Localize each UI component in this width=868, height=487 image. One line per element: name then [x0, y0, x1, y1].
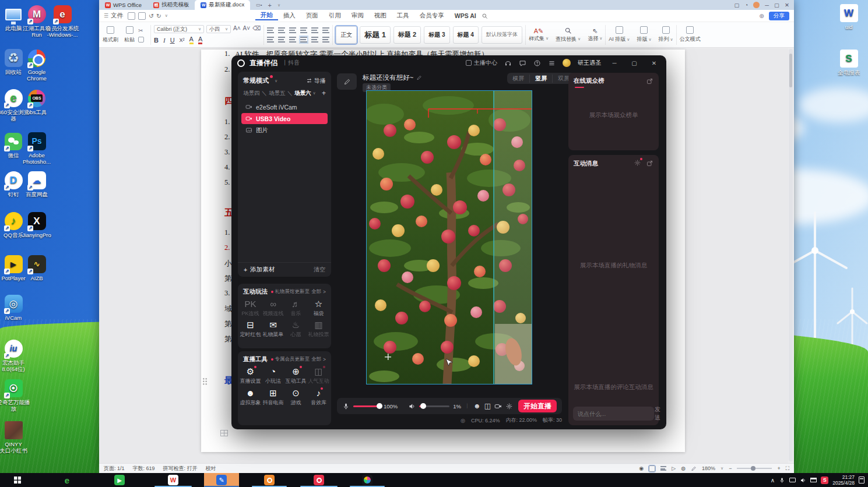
interaction-update-link[interactable]: 礼物展馆更新至全部> [271, 288, 326, 295]
speaker-volume-slider[interactable] [419, 405, 449, 407]
search-icon[interactable] [482, 12, 488, 20]
style-heading1[interactable]: 标题 1 [360, 26, 391, 44]
tool-music[interactable]: ♬音乐 [284, 298, 307, 317]
paste-button[interactable]: 粘贴 [124, 26, 135, 44]
anchor-center-button[interactable]: 主播中心 [466, 59, 497, 67]
desktop-icon-uid[interactable]: Wuid [832, 3, 866, 30]
director-button[interactable]: 导播 [306, 77, 326, 85]
desktop-icon-member-distribution[interactable]: e↗会员分发系统-Windows-... [45, 5, 79, 38]
desktop-icon-photoshop[interactable]: Ps↗AdobePhotosho... [20, 132, 54, 165]
ribbon-tab-tools[interactable]: 工具 [392, 12, 414, 20]
camera-settings-icon[interactable] [494, 403, 502, 410]
ribbon-tab-home[interactable]: 开始 [255, 11, 278, 20]
desktop-icon-chrome[interactable]: ↗GoogleChrome [20, 48, 54, 82]
speaker-icon[interactable] [408, 403, 416, 410]
grow-font-icon[interactable]: A˄ [233, 25, 241, 33]
desktop-icon-baidu-netdisk[interactable]: ☁↗百度网盘 [20, 171, 54, 197]
send-button[interactable]: 发送 [655, 405, 660, 422]
tool-gift-menu[interactable]: ✉礼物菜单 [262, 319, 284, 338]
ai-layout-button[interactable]: AI 排版∨ [609, 26, 630, 43]
edit-title-button[interactable] [337, 73, 357, 90]
scene-5-tab[interactable]: 场景五 [269, 90, 286, 97]
tool-popularity[interactable]: ◫人气互动 [307, 366, 330, 385]
desktop-icon-iqiyi-player[interactable]: ⦿↗爱奇艺万能播放 [0, 379, 30, 412]
layout-mode-icon[interactable]: ▢ [735, 2, 740, 8]
symbol-icon[interactable] [322, 27, 329, 33]
orientation-landscape[interactable]: 横屏 [507, 75, 529, 83]
align-left-icon[interactable] [267, 37, 274, 43]
tool-sound-library[interactable]: ♪音效库 [307, 387, 330, 407]
popout-icon[interactable] [646, 160, 653, 167]
tool-gift-vote[interactable]: ▥礼物投票 [307, 319, 330, 338]
beauty-icon[interactable]: ☻ [473, 402, 481, 410]
mic-icon[interactable] [342, 403, 350, 410]
start-stream-button[interactable]: 开始直播 [518, 400, 557, 412]
select-button[interactable]: ⇖选择∨ [588, 27, 602, 43]
taskbar-media-app[interactable]: ▶ [114, 474, 125, 486]
italic-button[interactable]: I [163, 37, 166, 44]
video-preview[interactable] [366, 90, 532, 384]
taskbar-clock[interactable]: 21:272025/4/28 [832, 474, 855, 486]
flip-icon[interactable]: ◫ [484, 402, 491, 410]
taskbar-orange-app[interactable] [263, 474, 275, 486]
notification-center-icon[interactable] [859, 477, 865, 484]
sync-icon[interactable]: ⊕ [759, 12, 764, 19]
web-view-icon[interactable]: ◍ [681, 465, 686, 471]
format-painter-button[interactable]: 格式刷 [103, 26, 118, 44]
zoom-in-button[interactable]: + [777, 465, 780, 471]
taskbar-live-companion[interactable] [313, 474, 325, 486]
style-set-button[interactable]: A✎样式集∨ [529, 27, 549, 43]
typeset-button[interactable]: 排版∨ [637, 26, 651, 43]
print-icon[interactable] [138, 12, 146, 20]
tool-pk-connect[interactable]: PKPK连线 [239, 298, 262, 317]
scene-6-tab[interactable]: 场景六 [294, 90, 311, 97]
desktop-icon-aizb[interactable]: ∿↗AIZB [20, 255, 54, 281]
tab-list-chevron[interactable]: ∨ [277, 3, 280, 8]
official-doc-mode-button[interactable]: 公文模式 [680, 26, 701, 43]
clear-format-icon[interactable]: ⌫ [252, 25, 261, 33]
tool-douyin-ecommerce[interactable]: ⊞抖音电商 [262, 387, 284, 407]
wps-maximize-button[interactable]: ▢ [774, 2, 779, 8]
style-default-font[interactable]: 默认段落字体 [482, 26, 522, 44]
start-button[interactable] [12, 474, 23, 486]
desktop-icon-jianying[interactable]: X↗JianyingPro [20, 211, 54, 238]
tray-sogou-icon[interactable]: S [821, 477, 828, 484]
read-mode-icon[interactable]: ▷ [672, 465, 676, 471]
tool-lucky-bag[interactable]: ☆福袋 [307, 298, 330, 317]
live-close-button[interactable]: ✕ [648, 60, 660, 66]
tool-mini-games[interactable]: ◔小玩法 [262, 366, 284, 385]
live-minimize-button[interactable]: ─ [608, 60, 621, 66]
style-normal[interactable]: 正文 [336, 26, 357, 44]
tool-wish[interactable]: ♨心愿 [284, 319, 307, 338]
align-right-icon[interactable] [289, 37, 296, 43]
font-size-select[interactable]: 小四∨ [206, 25, 231, 33]
align-center-icon[interactable] [278, 37, 285, 43]
tray-printer-icon[interactable] [810, 478, 817, 482]
desktop-icon-qinyy[interactable]: QINYY夫口小红书 [0, 421, 30, 454]
add-scene-button[interactable]: + [322, 89, 326, 97]
mode-select[interactable]: 常规模式 [243, 76, 269, 85]
source-ivcam[interactable]: e2eSoft iVCam [241, 101, 328, 112]
outdent-icon[interactable] [289, 27, 296, 33]
page-view-icon[interactable] [649, 465, 655, 472]
save-icon[interactable] [128, 12, 135, 20]
spellcheck-status[interactable]: 拼写检查: 打开 [163, 465, 198, 472]
tool-virtual-avatar[interactable]: ☻虚拟形象 [239, 387, 262, 407]
bullet-list-icon[interactable] [267, 27, 274, 33]
tool-video-connect[interactable]: ∞视频连线 [262, 298, 284, 317]
vertical-scrollbar[interactable] [789, 49, 793, 461]
copy-icon[interactable] [138, 37, 144, 43]
zoom-out-button[interactable]: − [729, 465, 732, 471]
font-name-select[interactable]: Calibri (正文)∨ [154, 25, 204, 33]
indent-icon[interactable] [300, 27, 307, 33]
tool-live-settings[interactable]: ⚙直播设置 [239, 366, 262, 385]
tray-display-icon[interactable] [789, 478, 796, 482]
ribbon-tab-member[interactable]: 会员专享 [414, 12, 449, 20]
ribbon-tab-wps-ai[interactable]: WPS AI [449, 12, 482, 19]
desktop-icon-excel-report[interactable]: S全电报表 [832, 49, 866, 76]
fullscreen-icon[interactable]: ⛶ [786, 465, 789, 472]
ribbon-tab-page[interactable]: 页面 [301, 12, 324, 20]
tray-mic-icon[interactable] [779, 477, 785, 484]
highlight-button[interactable]: A [189, 36, 194, 44]
viewer-rank-title[interactable]: 在线观众榜 [574, 77, 605, 85]
